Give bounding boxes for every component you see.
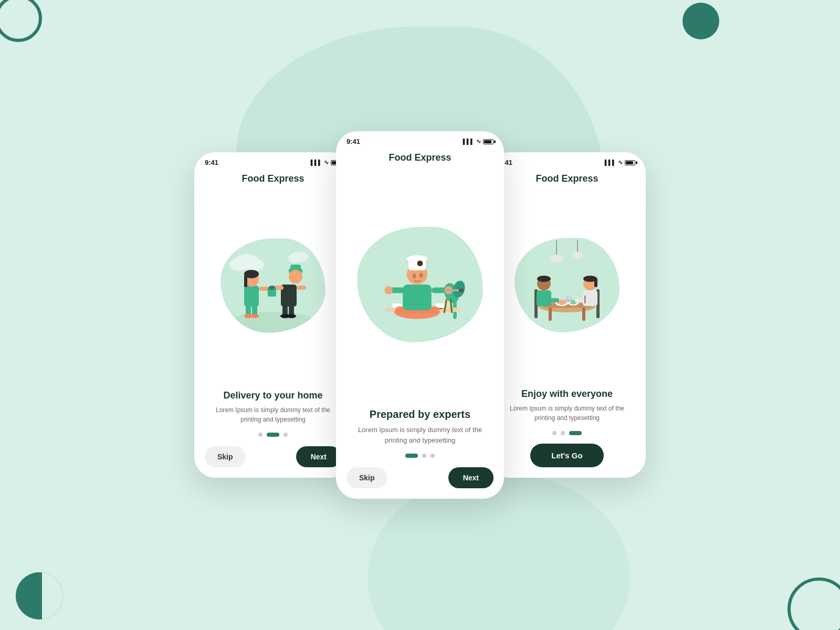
status-bar-right: 9:41 ▌▌▌ ∿ bbox=[488, 152, 646, 169]
dot-center-0 bbox=[405, 454, 418, 458]
illustration-area-center bbox=[336, 165, 504, 403]
letsgo-button[interactable]: Let's Go bbox=[530, 444, 603, 467]
skip-button-left[interactable]: Skip bbox=[205, 446, 246, 467]
delivery-svg bbox=[220, 238, 326, 333]
battery-icon-center bbox=[483, 139, 494, 144]
svg-point-55 bbox=[407, 255, 427, 262]
svg-rect-73 bbox=[570, 297, 572, 303]
svg-rect-87 bbox=[594, 278, 597, 287]
bg-decoration-circle-tl bbox=[0, 0, 42, 42]
dot-right-1 bbox=[561, 431, 565, 435]
svg-point-6 bbox=[231, 312, 315, 333]
dot-right-0 bbox=[552, 431, 556, 435]
svg-rect-46 bbox=[403, 285, 432, 310]
dot-left-0 bbox=[258, 433, 262, 437]
wifi-icon-left: ∿ bbox=[324, 159, 329, 166]
text-area-right: Enjoy with everyone Lorem Ipsum is simpl… bbox=[488, 383, 646, 427]
next-button-left[interactable]: Next bbox=[296, 446, 341, 467]
dot-left-1 bbox=[267, 433, 279, 437]
svg-point-19 bbox=[289, 270, 302, 284]
dot-right-2 bbox=[569, 431, 582, 435]
delivery-blob bbox=[220, 238, 326, 333]
svg-rect-52 bbox=[459, 288, 464, 292]
buttons-row-right: Let's Go bbox=[488, 439, 646, 478]
status-icons-center: ▌▌▌ ∿ bbox=[463, 138, 494, 145]
slide-title-center: Prepared by experts bbox=[349, 408, 491, 421]
svg-rect-72 bbox=[566, 296, 569, 303]
status-bar-left: 9:41 ▌▌▌ ∿ bbox=[194, 152, 352, 169]
svg-rect-10 bbox=[244, 274, 247, 287]
svg-rect-66 bbox=[549, 308, 552, 321]
chef-svg bbox=[357, 227, 483, 342]
svg-point-49 bbox=[384, 286, 392, 294]
signal-icon-center: ▌▌▌ bbox=[463, 139, 474, 144]
app-title-center: Food Express bbox=[336, 148, 504, 165]
dining-blob bbox=[514, 238, 620, 332]
battery-icon-right bbox=[625, 160, 635, 165]
svg-rect-28 bbox=[268, 289, 275, 290]
svg-point-27 bbox=[287, 314, 296, 318]
bg-decoration-circle-br bbox=[788, 578, 840, 630]
status-icons-right: ▌▌▌ ∿ bbox=[605, 159, 635, 166]
bg-decoration-circle-bl bbox=[16, 572, 63, 620]
status-bar-center: 9:41 ▌▌▌ ∿ bbox=[336, 131, 504, 148]
dot-center-1 bbox=[422, 454, 426, 458]
svg-point-59 bbox=[517, 240, 617, 330]
dot-center-2 bbox=[430, 454, 435, 458]
svg-point-58 bbox=[419, 273, 423, 278]
svg-rect-7 bbox=[244, 286, 259, 307]
dot-left-2 bbox=[284, 433, 288, 437]
svg-rect-80 bbox=[546, 298, 559, 302]
time-left: 9:41 bbox=[205, 159, 218, 166]
dots-right bbox=[488, 427, 646, 439]
slide-desc-right: Lorem Ipsum is simply dummy text of the … bbox=[501, 404, 633, 423]
dots-center bbox=[336, 449, 504, 462]
svg-point-56 bbox=[417, 260, 423, 266]
phone-center: 9:41 ▌▌▌ ∿ Food Express bbox=[336, 131, 504, 499]
phones-container: 9:41 ▌▌▌ ∿ Food Express bbox=[194, 131, 646, 499]
bg-decoration-circle-tr bbox=[682, 3, 719, 39]
svg-rect-51 bbox=[446, 289, 460, 291]
slide-title-right: Enjoy with everyone bbox=[501, 388, 633, 400]
app-title-left: Food Express bbox=[194, 169, 352, 186]
svg-rect-67 bbox=[582, 308, 585, 321]
skip-button-center[interactable]: Skip bbox=[346, 467, 387, 488]
phone-right: 9:41 ▌▌▌ ∿ Food Express bbox=[488, 152, 646, 478]
svg-point-61 bbox=[550, 255, 563, 263]
svg-rect-23 bbox=[297, 286, 306, 290]
wifi-icon-center: ∿ bbox=[476, 138, 481, 145]
illustration-area-left bbox=[194, 186, 352, 385]
svg-point-3 bbox=[245, 258, 264, 271]
next-button-center[interactable]: Next bbox=[448, 467, 494, 488]
slide-desc-center: Lorem Ipsum is simply dummy text of the … bbox=[349, 425, 491, 445]
buttons-row-left: Skip Next bbox=[194, 441, 352, 478]
svg-point-22 bbox=[269, 286, 275, 289]
slide-title-left: Delivery to your home bbox=[207, 390, 339, 401]
signal-icon-right: ▌▌▌ bbox=[605, 160, 616, 165]
svg-point-57 bbox=[413, 274, 416, 278]
svg-point-15 bbox=[250, 314, 259, 318]
time-center: 9:41 bbox=[346, 138, 360, 145]
dining-svg bbox=[514, 238, 620, 332]
app-title-right: Food Express bbox=[488, 169, 646, 186]
svg-rect-88 bbox=[575, 298, 585, 302]
dots-left bbox=[194, 428, 352, 441]
svg-rect-89 bbox=[584, 296, 586, 303]
buttons-row-center: Skip Next bbox=[336, 462, 504, 499]
illustration-area-right bbox=[488, 186, 646, 383]
phone-left: 9:41 ▌▌▌ ∿ Food Express bbox=[194, 152, 352, 478]
svg-point-79 bbox=[537, 276, 551, 282]
chef-blob bbox=[357, 227, 483, 342]
signal-icon-left: ▌▌▌ bbox=[311, 160, 322, 165]
slide-desc-left: Lorem Ipsum is simply dummy text of the … bbox=[207, 405, 339, 424]
wifi-icon-right: ∿ bbox=[618, 159, 623, 166]
text-area-left: Delivery to your home Lorem Ipsum is sim… bbox=[194, 385, 352, 428]
text-area-center: Prepared by experts Lorem Ipsum is simpl… bbox=[336, 403, 504, 449]
svg-point-5 bbox=[288, 254, 300, 263]
svg-point-63 bbox=[572, 251, 583, 259]
